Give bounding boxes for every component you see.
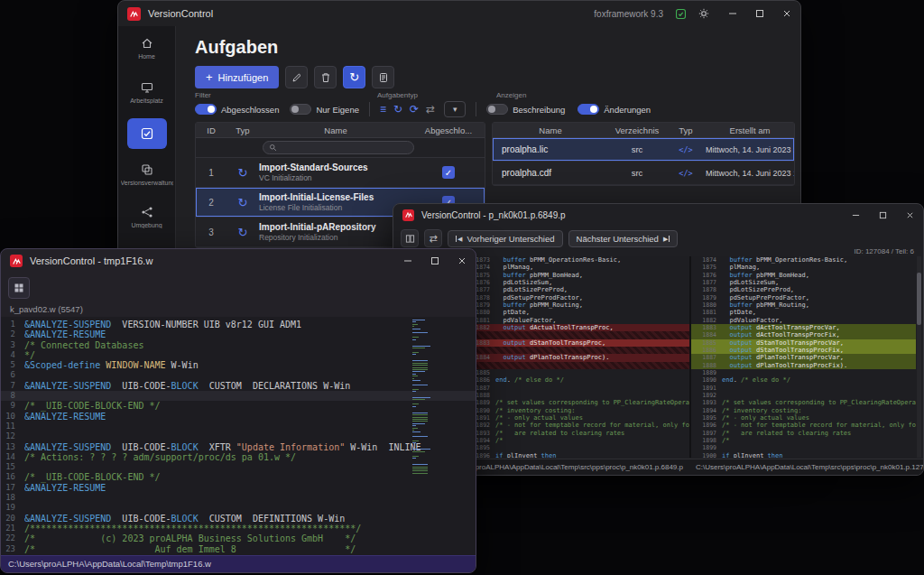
task-row[interactable]: 1↻Import-Standard-SourcesVC Initializati… <box>196 158 485 188</box>
diff-row[interactable]: 1886 output dStanToolTranspProcFix, <box>691 347 916 354</box>
toggle-nur-eigene[interactable] <box>290 104 311 115</box>
code-line[interactable]: 11 <box>1 422 476 431</box>
diff-row[interactable]: 1887 output dPlanToolTranspProcVar, <box>691 354 916 361</box>
diff-row[interactable]: 1898/* <box>691 437 916 444</box>
code-line[interactable]: 2&ANALYZE-RESUME <box>1 329 476 339</box>
diff-row[interactable]: 1890end. /* else do */ <box>691 376 916 384</box>
main-maximize-button[interactable] <box>746 1 773 26</box>
shuffle-type-icon[interactable]: ⇄ <box>426 104 435 115</box>
add-task-button[interactable]: + Hinzufügen <box>195 66 279 88</box>
diff-row[interactable]: 1900if plInvent then <box>691 452 916 458</box>
code-line[interactable]: 1&ANALYZE-SUSPEND _VERSION-NUMBER UIB_v8… <box>1 320 476 329</box>
sidebar-item-versionsverwaltung[interactable]: Versionsverwaltung <box>119 163 175 186</box>
diff-maximize-button[interactable] <box>869 204 896 226</box>
diff-row[interactable]: 1876 buffer pbPMM_BomHead, <box>691 272 916 279</box>
column-header-id[interactable]: ID <box>196 125 226 135</box>
code-line[interactable]: 3/* Connected Databases <box>1 340 476 350</box>
column-header-name[interactable]: Name <box>493 125 608 135</box>
environment-status-icon[interactable] <box>672 5 688 22</box>
code-line[interactable]: 21/*************************************… <box>1 524 476 533</box>
editor-view-button[interactable] <box>8 277 30 299</box>
diff-row[interactable]: 1882 pdValueFactor, <box>691 317 916 324</box>
toggle-beschreibung[interactable] <box>486 104 508 115</box>
settings-gear-icon[interactable] <box>694 4 714 23</box>
code-line[interactable]: 7&ANALYZE-SUSPEND _UIB-CODE-BLOCK _CUSTO… <box>1 381 476 391</box>
list-type-icon[interactable]: ≡ <box>380 104 386 115</box>
sidebar-item-umgebung[interactable]: Umgebung <box>119 206 175 228</box>
diff-minimize-button[interactable] <box>842 204 869 226</box>
diff-row[interactable]: 1899 <box>691 444 916 451</box>
diff-row[interactable]: 1885 output dStanToolTranspProcVar, <box>691 339 916 347</box>
column-header-abgeschlossen[interactable]: Abgeschlo... <box>412 125 485 135</box>
diff-row[interactable]: 1879 pdSetupPreProdFactor, <box>691 294 916 301</box>
code-line[interactable]: 18 <box>1 493 476 503</box>
code-line[interactable]: 17&ANALYZE-RESUME <box>1 483 476 493</box>
diff-row[interactable]: 1878 pdLotSizePreProd, <box>691 286 916 293</box>
sidebar-item-aufgaben-active[interactable] <box>127 118 167 149</box>
column-header-typ[interactable]: Typ <box>666 125 706 135</box>
minimap[interactable] <box>412 320 432 474</box>
diff-row[interactable]: 1880 buffer pbPMM_Routing, <box>691 301 916 309</box>
task-search-box[interactable] <box>263 141 414 154</box>
scrollbar-thumb[interactable] <box>917 273 921 325</box>
diff-row[interactable]: 1895/* - only actual values <box>691 414 916 422</box>
diff-row[interactable]: 1891 <box>691 385 916 392</box>
code-line[interactable]: 5&Scoped-define WINDOW-NAME W-Win <box>1 360 476 370</box>
code-line[interactable]: 14/* Actions: ? ? ? ? adm/support/proc/d… <box>1 452 476 462</box>
diff-row[interactable]: 1881 ptDate, <box>691 309 916 316</box>
sidebar-item-home[interactable]: Home <box>119 37 175 60</box>
main-minimize-button[interactable] <box>719 1 746 26</box>
code-line[interactable]: 12 <box>1 431 476 441</box>
code-line[interactable]: 15 <box>1 462 476 472</box>
editor-maximize-button[interactable] <box>421 249 448 273</box>
code-line[interactable]: 4*/ <box>1 350 476 360</box>
next-diff-button[interactable]: Nächster Unterschied ▶ <box>568 230 679 247</box>
main-close-button[interactable] <box>773 1 800 26</box>
file-row[interactable]: proalpha.cdfsrc</>Mittwoch, 14. Juni 202… <box>493 162 794 185</box>
completed-checkbox[interactable]: ✓ <box>442 166 455 179</box>
editor-close-button[interactable] <box>448 249 476 273</box>
code-line[interactable]: 19 <box>1 503 476 513</box>
code-line[interactable]: 9/* _UIB-CODE-BLOCK-END */ <box>1 401 476 411</box>
previous-diff-button[interactable]: ◀ Vorheriger Unterschied <box>448 230 563 247</box>
toggle-aenderungen[interactable] <box>578 104 599 115</box>
diff-row[interactable]: 1892 <box>691 392 916 399</box>
sidebar-item-arbeitsplatz[interactable]: Arbeitsplatz <box>119 81 175 104</box>
diff-row[interactable]: 1896/* - not for temptable record for ma… <box>691 422 916 429</box>
edit-task-button[interactable] <box>285 66 308 88</box>
split-view-button[interactable] <box>401 229 419 247</box>
sync-type-icon[interactable]: ⟳ <box>410 104 419 115</box>
diff-row[interactable]: 1889 <box>691 369 916 376</box>
toggle-abgeschlossen[interactable] <box>195 104 217 115</box>
column-header-name[interactable]: Name <box>259 125 412 135</box>
column-header-verzeichnis[interactable]: Verzeichnis <box>608 125 666 135</box>
file-row[interactable]: proalpha.licsrc</>Mittwoch, 14. Juni 202… <box>493 138 794 162</box>
code-line[interactable]: 22/* (c) 2023 proALPHA Business Solution… <box>1 533 476 543</box>
code-line[interactable]: 13&ANALYZE-SUSPEND _UIB-CODE-BLOCK _XFTR… <box>1 442 476 452</box>
type-dropdown[interactable]: ▾ <box>444 101 466 117</box>
diff-close-button[interactable] <box>896 204 923 226</box>
editor-minimize-button[interactable] <box>394 249 421 273</box>
diff-scrollbar[interactable] <box>917 256 921 458</box>
delete-task-button[interactable] <box>314 66 337 88</box>
refresh-type-icon[interactable]: ↻ <box>393 104 402 115</box>
column-header-erstellt-am[interactable]: Erstellt am <box>706 125 794 135</box>
diff-row[interactable]: 1893/* set values corresponding to PP_Cl… <box>691 399 916 406</box>
task-search-input[interactable] <box>281 144 408 153</box>
code-line[interactable]: 23/* Auf dem Immel 8 */ <box>1 544 476 554</box>
diff-row[interactable]: 1897/* are related to clearing rates <box>691 430 916 437</box>
refresh-tasks-button[interactable]: ↻ <box>343 66 365 88</box>
column-header-typ[interactable]: Typ <box>226 125 259 135</box>
diff-row[interactable]: 1888 output dPlanToolTranspProcFix). <box>691 362 916 369</box>
diff-row[interactable]: 1874 buffer bPMM_OperationRes-Basic, <box>691 256 916 264</box>
diff-row[interactable]: 1883 output dActToolTranspProcVar, <box>691 324 916 331</box>
code-line[interactable]: 6 <box>1 370 476 380</box>
diff-row[interactable]: 1894/* inventory costing: <box>691 407 916 414</box>
code-line[interactable]: 16/* _UIB-CODE-BLOCK-END */ <box>1 472 476 482</box>
diff-row[interactable]: 1884 output dActToolTranspProcFix, <box>691 331 916 339</box>
diff-row[interactable]: 1875 plManag, <box>691 264 916 271</box>
code-line[interactable]: 8 <box>1 391 476 401</box>
diff-row[interactable]: 1877 pdLotSizeSum, <box>691 279 916 286</box>
code-line[interactable]: 10&ANALYZE-RESUME <box>1 412 476 422</box>
code-line[interactable]: 20&ANALYZE-SUSPEND _UIB-CODE-BLOCK _CUST… <box>1 514 476 524</box>
